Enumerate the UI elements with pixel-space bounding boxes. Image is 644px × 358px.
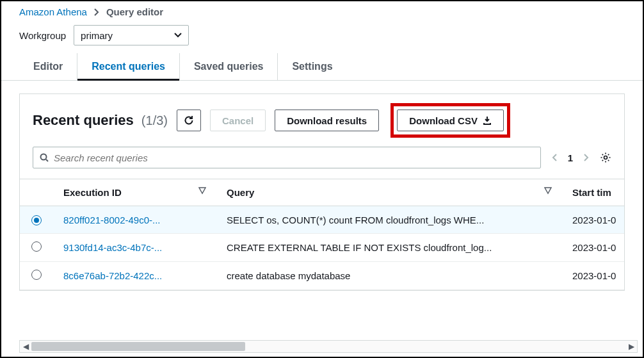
pagination: 1	[551, 152, 590, 163]
page-prev-icon[interactable]	[551, 153, 558, 162]
search-box[interactable]	[33, 147, 541, 168]
panel-title-text: Recent queries	[33, 112, 134, 128]
col-query[interactable]: Query	[216, 179, 562, 206]
recent-queries-panel: Recent queries (1/3) Cancel Download res…	[19, 94, 625, 291]
table-container: Execution ID Query Start tim	[20, 179, 624, 290]
panel-title: Recent queries (1/3)	[33, 112, 168, 129]
col-start-time-label: Start tim	[572, 187, 611, 198]
col-query-label: Query	[227, 187, 254, 198]
workgroup-label: Workgroup	[19, 30, 66, 41]
query-cell: create database mydatabase	[216, 262, 562, 290]
panel-header: Recent queries (1/3) Cancel Download res…	[20, 94, 624, 147]
download-csv-label: Download CSV	[409, 115, 478, 126]
download-results-button[interactable]: Download results	[275, 110, 379, 131]
start-time-cell: 2023-01-0	[562, 206, 624, 234]
sort-icon[interactable]	[198, 187, 206, 195]
refresh-icon	[184, 115, 194, 126]
breadcrumb-root-link[interactable]: Amazon Athena	[19, 6, 87, 17]
chevron-right-icon	[93, 8, 100, 16]
cancel-button: Cancel	[210, 110, 266, 131]
search-input[interactable]	[54, 152, 534, 163]
execution-id-link[interactable]: 820ff021-8002-49c0-...	[63, 215, 161, 225]
workgroup-select[interactable]: primary	[74, 25, 189, 45]
query-cell: CREATE EXTERNAL TABLE IF NOT EXISTS clou…	[216, 234, 562, 262]
sort-icon[interactable]	[544, 187, 552, 195]
table-row[interactable]: 9130fd14-ac3c-4b7c-... CREATE EXTERNAL T…	[20, 234, 624, 262]
caret-down-icon	[174, 33, 182, 38]
table-row[interactable]: 820ff021-8002-49c0-... SELECT os, COUNT(…	[20, 206, 624, 234]
tab-recent-queries[interactable]: Recent queries	[77, 53, 179, 80]
breadcrumb: Amazon Athena Query editor	[1, 1, 643, 20]
start-time-cell: 2023-01-0	[562, 234, 624, 262]
start-time-cell: 2023-01-0	[562, 262, 624, 290]
scroll-track[interactable]	[31, 341, 625, 352]
search-pagination-row: 1	[20, 147, 624, 179]
breadcrumb-current: Query editor	[106, 6, 163, 17]
row-radio[interactable]	[31, 270, 42, 280]
query-cell: SELECT os, COUNT(*) count FROM cloudfron…	[216, 206, 562, 234]
panel-count: (1/3)	[141, 113, 168, 127]
execution-id-link[interactable]: 8c6e76ab-72b2-422c...	[63, 270, 162, 281]
svg-point-2	[604, 156, 608, 159]
download-csv-button[interactable]: Download CSV	[397, 110, 504, 131]
col-execution-id[interactable]: Execution ID	[53, 179, 216, 206]
svg-line-1	[46, 159, 48, 161]
tabs: Editor Recent queries Saved queries Sett…	[1, 53, 643, 81]
scroll-thumb[interactable]	[31, 342, 245, 351]
refresh-button[interactable]	[177, 110, 201, 131]
row-radio[interactable]	[31, 241, 42, 252]
scroll-right-icon[interactable]: ▶	[625, 342, 637, 351]
row-radio[interactable]	[31, 215, 42, 225]
tab-saved-queries[interactable]: Saved queries	[179, 53, 278, 80]
recent-queries-table: Execution ID Query Start tim	[20, 179, 624, 290]
search-icon	[40, 153, 49, 162]
scroll-left-icon[interactable]: ◀	[20, 342, 31, 351]
svg-point-0	[41, 154, 47, 160]
highlight-annotation: Download CSV	[390, 103, 510, 138]
execution-id-link[interactable]: 9130fd14-ac3c-4b7c-...	[63, 242, 162, 253]
col-select	[20, 179, 53, 206]
workgroup-value: primary	[81, 30, 113, 41]
download-icon	[483, 116, 492, 125]
col-start-time[interactable]: Start tim	[562, 179, 624, 206]
tab-editor[interactable]: Editor	[19, 53, 77, 80]
tab-settings[interactable]: Settings	[277, 53, 346, 80]
col-execution-id-label: Execution ID	[63, 187, 122, 198]
horizontal-scrollbar[interactable]: ◀ ▶	[19, 340, 638, 353]
table-row[interactable]: 8c6e76ab-72b2-422c... create database my…	[20, 262, 624, 290]
page-next-icon[interactable]	[583, 153, 590, 162]
page-number: 1	[568, 152, 573, 163]
workgroup-row: Workgroup primary	[1, 20, 643, 53]
settings-gear-icon[interactable]	[600, 152, 611, 163]
